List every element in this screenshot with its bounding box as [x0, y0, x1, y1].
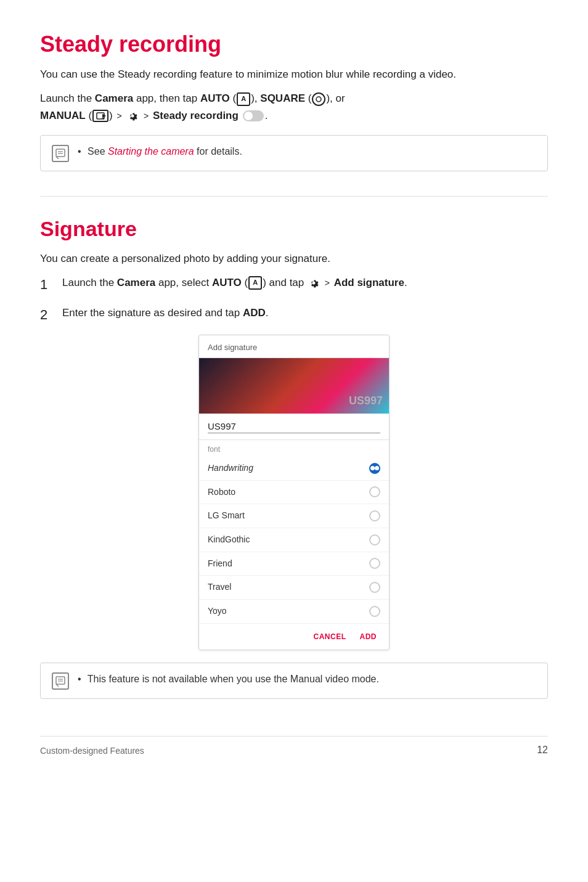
- camera-bold: Camera: [95, 92, 133, 104]
- auto-icon: A: [237, 92, 250, 106]
- radio-dot-handwriting: [370, 466, 375, 470]
- dialog-add-button[interactable]: ADD: [356, 630, 381, 643]
- radio-circle-handwriting: [369, 463, 380, 474]
- step-number-2: 2: [40, 304, 54, 325]
- note-icon-signature: [52, 672, 69, 690]
- radio-label-yoyo: Yoyo: [208, 605, 227, 618]
- square-bold: SQUARE: [260, 92, 305, 104]
- dialog-radio-list: Handwriting Roboto LG Smart KindGothic F…: [199, 457, 389, 624]
- circle-svg: [315, 96, 322, 103]
- note-icon-steady: [52, 145, 69, 162]
- settings-icon-1: [126, 110, 139, 122]
- step-item-1: 1 Launch the Camera app, select AUTO (A)…: [40, 274, 548, 295]
- note-bullet: •: [78, 146, 81, 157]
- note-text-signature: • This feature is not available when you…: [78, 672, 379, 687]
- radio-label-handwriting: Handwriting: [208, 462, 253, 475]
- step-list: 1 Launch the Camera app, select AUTO (A)…: [40, 274, 548, 325]
- note2-svg: [55, 676, 66, 687]
- step1-camera-bold: Camera: [117, 277, 155, 288]
- toggle-icon: [243, 110, 264, 121]
- page-footer: Custom-designed Features 12: [40, 736, 548, 758]
- signature-dialog: Add signature US997 font Handwriting Rob…: [198, 335, 390, 650]
- step1-chevron: >: [325, 276, 330, 290]
- section-steady-recording: Steady recording You can use the Steady …: [40, 31, 548, 171]
- step1-auto-bold: AUTO: [212, 277, 242, 288]
- chevron2: >: [144, 109, 149, 123]
- radio-circle-travel: [369, 582, 380, 593]
- dialog-radio-travel[interactable]: Travel: [199, 576, 389, 600]
- step1-add-signature-bold: Add signature: [334, 277, 404, 288]
- radio-label-kindgothic: KindGothic: [208, 533, 250, 547]
- manual-bold: MANUAL: [40, 110, 86, 121]
- dialog-radio-friend[interactable]: Friend: [199, 552, 389, 576]
- radio-circle-friend: [369, 558, 380, 569]
- step1-auto-icon: A: [248, 276, 262, 290]
- note2-bullet: •: [78, 674, 81, 684]
- dialog-radio-lgsmart[interactable]: LG Smart: [199, 504, 389, 528]
- section-title-steady: Steady recording: [40, 31, 548, 57]
- note-box-signature: • This feature is not available when you…: [40, 663, 548, 699]
- svg-rect-3: [56, 149, 65, 157]
- radio-label-roboto: Roboto: [208, 486, 235, 499]
- section-divider: [40, 196, 548, 197]
- starting-camera-link[interactable]: Starting the camera: [108, 146, 194, 157]
- manual-svg: [96, 112, 105, 120]
- manual-icon: [92, 110, 108, 122]
- dialog-cancel-button[interactable]: CANCEL: [310, 630, 350, 643]
- step2-add-bold: ADD: [243, 307, 266, 319]
- svg-marker-2: [102, 118, 104, 120]
- footer-left-text: Custom-designed Features: [40, 745, 144, 758]
- svg-rect-7: [56, 677, 65, 684]
- section-signature: Signature You can create a personalized …: [40, 216, 548, 699]
- auto-bold: AUTO: [200, 92, 230, 104]
- svg-rect-1: [97, 113, 104, 119]
- dialog-radio-roboto[interactable]: Roboto: [199, 481, 389, 505]
- dialog-footer: CANCEL ADD: [199, 624, 389, 650]
- dialog-radio-kindgothic[interactable]: KindGothic: [199, 528, 389, 552]
- step-text-1: Launch the Camera app, select AUTO (A) a…: [62, 274, 548, 291]
- step1-settings-icon: [308, 277, 320, 289]
- step-item-2: 2 Enter the signature as desired and tap…: [40, 304, 548, 325]
- section-instruction-steady: Launch the Camera app, then tap AUTO (A)…: [40, 90, 548, 123]
- note-box-steady: • See Starting the camera for details.: [40, 135, 548, 171]
- step-number-1: 1: [40, 274, 54, 295]
- radio-circle-yoyo: [369, 606, 380, 617]
- dialog-radio-handwriting[interactable]: Handwriting: [199, 457, 389, 481]
- section-body-steady: You can use the Steady recording feature…: [40, 66, 548, 83]
- note2-text: This feature is not available when you u…: [88, 674, 379, 684]
- dialog-title-bar: Add signature: [199, 335, 389, 358]
- dialog-signature-input[interactable]: [208, 420, 380, 433]
- step-text-2: Enter the signature as desired and tap A…: [62, 304, 548, 321]
- steady-recording-bold: Steady recording: [153, 110, 239, 121]
- dialog-input-area: [199, 414, 389, 440]
- dialog-title-text: Add signature: [208, 343, 257, 352]
- chevron1: >: [116, 109, 121, 123]
- radio-label-lgsmart: LG Smart: [208, 509, 245, 523]
- svg-point-0: [316, 97, 321, 102]
- dialog-image-area: US997: [199, 358, 389, 414]
- dialog-watermark: US997: [343, 389, 389, 414]
- radio-circle-kindgothic: [369, 534, 380, 545]
- section-body-signature: You can create a personalized photo by a…: [40, 250, 548, 267]
- square-icon: [312, 92, 325, 106]
- radio-circle-lgsmart: [369, 510, 380, 521]
- radio-label-friend: Friend: [208, 557, 232, 571]
- note-text-steady: • See Starting the camera for details.: [78, 144, 242, 159]
- dialog-radio-yoyo[interactable]: Yoyo: [199, 600, 389, 624]
- radio-circle-roboto: [369, 486, 380, 497]
- section-title-signature: Signature: [40, 216, 548, 242]
- radio-label-travel: Travel: [208, 581, 231, 594]
- note-svg: [55, 148, 66, 159]
- dialog-font-label: font: [199, 440, 389, 457]
- footer-page-number: 12: [537, 743, 548, 758]
